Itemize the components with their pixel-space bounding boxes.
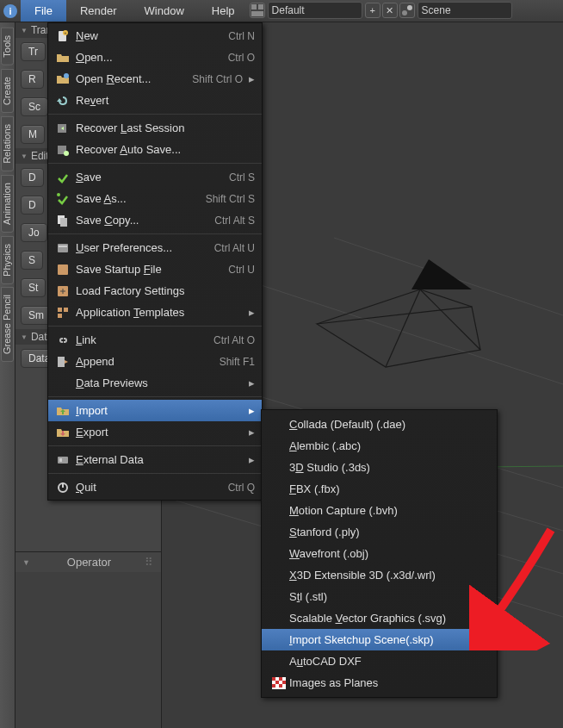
menu-window[interactable]: Window xyxy=(131,0,198,22)
info-icon[interactable]: i xyxy=(0,0,21,22)
submenu-arrow-icon: ▸ xyxy=(246,404,255,417)
link-icon xyxy=(55,333,71,347)
tab-grease-pencil[interactable]: Grease Pencil xyxy=(1,287,14,362)
mi-link-shortcut: Ctrl Alt O xyxy=(213,334,255,346)
mi-export[interactable]: Export ▸ xyxy=(48,421,262,443)
mi-save-shortcut: Ctrl S xyxy=(229,171,255,184)
mi-load-factory-label: Load Factory Settings xyxy=(76,284,255,297)
mi-import[interactable]: Import ▸ xyxy=(48,400,262,421)
join-button[interactable]: Jo xyxy=(21,223,47,242)
mi-data-previews[interactable]: Data Previews ▸ xyxy=(48,372,262,394)
mi-recover-last-label: Recover Last Session xyxy=(76,121,255,134)
delete-button[interactable]: D xyxy=(21,196,44,215)
si-collada-label: Collada (Default) (.dae) xyxy=(289,418,405,431)
si-alembic[interactable]: Alembic (.abc) xyxy=(262,435,497,457)
svg-marker-17 xyxy=(411,259,472,289)
scene-browse-icon[interactable] xyxy=(399,3,415,18)
si-stanford-label: Stanford (.ply) xyxy=(289,526,360,538)
mi-open[interactable]: Open... Ctrl O xyxy=(48,47,262,68)
mi-save-as-shortcut: Shift Ctrl S xyxy=(206,193,255,205)
user-prefs-icon xyxy=(55,241,71,255)
mi-external-data[interactable]: External Data ▸ xyxy=(48,449,262,470)
menu-help[interactable]: Help xyxy=(198,0,249,22)
svg-text:+: + xyxy=(65,30,67,35)
svg-point-25 xyxy=(57,193,60,196)
external-data-icon xyxy=(55,453,71,467)
si-bvh[interactable]: Motion Capture (.bvh) xyxy=(262,500,497,521)
mi-link[interactable]: Link Ctrl Alt O xyxy=(48,329,262,351)
si-stanford[interactable]: Stanford (.ply) xyxy=(262,521,497,543)
svg-rect-30 xyxy=(58,264,68,275)
si-3ds[interactable]: 3D Studio (.3ds) xyxy=(262,457,497,478)
mi-save-startup[interactable]: Save Startup File Ctrl U xyxy=(48,258,262,280)
menu-render[interactable]: Render xyxy=(66,0,131,22)
submenu-arrow-icon: ▸ xyxy=(246,453,255,466)
mi-quit-label: Quit xyxy=(76,481,228,494)
screen-layout-field[interactable] xyxy=(268,2,362,19)
tab-tools[interactable]: Tools xyxy=(1,28,14,65)
mirror-button[interactable]: M xyxy=(21,125,45,144)
shading-button[interactable]: St xyxy=(21,278,46,297)
mi-recover-last[interactable]: Recover Last Session xyxy=(48,117,262,139)
tab-animation[interactable]: Animation xyxy=(1,175,14,233)
si-stl[interactable]: Stl (.stl) xyxy=(262,586,497,607)
si-collada[interactable]: Collada (Default) (.dae) xyxy=(262,414,497,435)
mi-recover-auto[interactable]: Recover Auto Save... xyxy=(48,139,262,160)
mi-load-factory[interactable]: Load Factory Settings xyxy=(48,280,262,302)
import-icon xyxy=(55,404,71,418)
translate-button[interactable]: Tr xyxy=(21,42,46,61)
si-fbx-label: FBX (.fbx) xyxy=(289,482,340,495)
scale-button[interactable]: Sc xyxy=(21,97,48,116)
svg-rect-34 xyxy=(58,314,62,318)
duplicate-button[interactable]: D xyxy=(21,168,44,187)
mi-save-as-label: Save As... xyxy=(76,192,206,205)
mi-save-copy-label: Save Copy... xyxy=(76,214,214,227)
si-x3d[interactable]: X3D Extensible 3D (.x3d/.wrl) xyxy=(262,564,497,586)
scene-field[interactable] xyxy=(418,2,512,19)
mi-save[interactable]: Save Ctrl S xyxy=(48,166,262,188)
svg-rect-33 xyxy=(64,308,68,312)
si-fbx[interactable]: FBX (.fbx) xyxy=(262,478,497,500)
grip-icon[interactable]: ⠿ xyxy=(145,556,154,569)
si-sketchup[interactable]: Import Sketchup Scene(.skp) xyxy=(262,629,497,650)
si-images-planes[interactable]: Images as Planes xyxy=(262,672,497,694)
mi-save-as[interactable]: Save As... Shift Ctrl S xyxy=(48,188,262,209)
rotate-button[interactable]: R xyxy=(21,70,44,89)
mi-link-label: Link xyxy=(76,333,213,346)
mi-revert[interactable]: Revert xyxy=(48,90,262,111)
blank-icon xyxy=(55,376,71,390)
mi-quit[interactable]: Quit Ctrl Q xyxy=(48,476,262,498)
open-recent-icon xyxy=(55,72,71,86)
menu-file[interactable]: File xyxy=(21,0,66,22)
tab-create[interactable]: Create xyxy=(1,69,14,113)
mi-open-label: Open... xyxy=(76,51,228,64)
new-file-icon: + xyxy=(55,29,71,43)
mi-external-data-label: External Data xyxy=(76,453,243,466)
tab-physics[interactable]: Physics xyxy=(1,236,14,284)
mi-append[interactable]: Append Shift F1 xyxy=(48,351,262,372)
menu-separator xyxy=(48,396,262,397)
si-autocad[interactable]: AutoCAD DXF xyxy=(262,650,497,672)
si-svg[interactable]: Scalable Vector Graphics (.svg) xyxy=(262,607,497,629)
file-menu: + New Ctrl N Open... Ctrl O Open Recent.… xyxy=(47,22,263,501)
si-wavefront[interactable]: Wavefront (.obj) xyxy=(262,543,497,564)
mi-save-copy[interactable]: Save Copy... Ctrl Alt S xyxy=(48,209,262,231)
menu-separator xyxy=(48,473,262,474)
tab-relations[interactable]: Relations xyxy=(1,116,14,171)
delete-screen-button[interactable]: ✕ xyxy=(382,3,398,18)
si-alembic-label: Alembic (.abc) xyxy=(289,439,361,452)
mi-save-copy-shortcut: Ctrl Alt S xyxy=(214,215,255,227)
scene-input[interactable] xyxy=(422,4,508,16)
set-origin-button[interactable]: S xyxy=(21,251,43,270)
mi-new[interactable]: + New Ctrl N xyxy=(48,25,262,47)
submenu-arrow-icon: ▸ xyxy=(246,306,255,319)
mi-open-recent[interactable]: Open Recent... Shift Ctrl O ▸ xyxy=(48,68,262,90)
screen-layout-input[interactable] xyxy=(272,4,358,16)
mi-user-prefs[interactable]: User Preferences... Ctrl Alt U xyxy=(48,237,262,258)
svg-rect-0 xyxy=(251,4,257,9)
operator-panel-header[interactable]: Operator ⠿ xyxy=(15,552,161,572)
screen-layout-browse-icon[interactable] xyxy=(250,3,265,18)
mi-app-templates[interactable]: Application Templates ▸ xyxy=(48,302,262,323)
menu-separator xyxy=(48,114,262,115)
add-screen-button[interactable]: + xyxy=(365,3,380,18)
